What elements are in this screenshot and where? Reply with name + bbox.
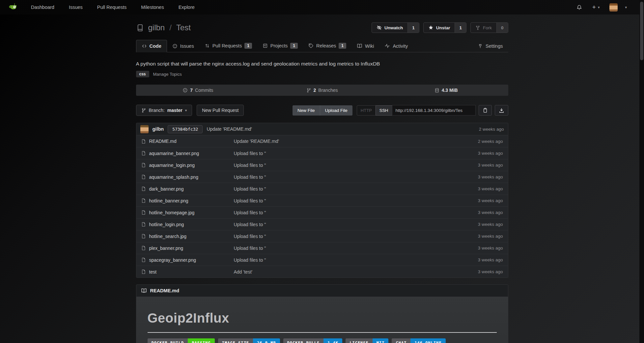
file-name-link[interactable]: README.md (149, 139, 177, 144)
docker-pulls-badge[interactable]: DOCKER PULLS 1.4K (283, 338, 343, 343)
repo-size-stat[interactable]: 4.3 MiB (384, 88, 508, 93)
image-size-badge[interactable]: IMAGE SIZE 26.9 MB (218, 338, 280, 343)
file-commit-message[interactable]: Upload files to '' (234, 246, 478, 251)
chat-badge[interactable]: CHAT 146 ONLINE (392, 338, 445, 343)
branch-selector[interactable]: Branch: master ▾ (136, 105, 192, 116)
pull-requests-count-badge: 1 (244, 43, 252, 49)
badge-label: DOCKER PULLS (283, 338, 324, 343)
file-commit-message[interactable]: Upload files to '' (234, 151, 478, 156)
file-name-link[interactable]: dark_banner.png (149, 186, 184, 192)
wrench-icon (478, 43, 483, 49)
file-name-link[interactable]: test (149, 269, 157, 275)
file-name-link[interactable]: aquamarine_banner.png (149, 151, 199, 156)
docker-build-badge[interactable]: DOCKER BUILD PASSING (148, 338, 215, 343)
commit-sha-button[interactable]: 57384bfc32 (168, 125, 203, 133)
file-commit-message[interactable]: Upload files to '' (234, 186, 478, 192)
commit-message-link[interactable]: Update 'README.md' (207, 126, 252, 132)
file-commit-time: 3 weeks ago (478, 246, 508, 251)
file-commit-message[interactable]: Upload files to '' (234, 257, 478, 263)
readme-content: Geoip2Influx DOCKER BUILD PASSING IMAGE … (136, 297, 508, 343)
copy-clone-url-button[interactable] (479, 105, 492, 116)
ssh-protocol-button[interactable]: SSH (376, 105, 392, 116)
notifications-bell-icon[interactable] (576, 4, 582, 11)
tab-settings[interactable]: Settings (472, 40, 508, 52)
fork-button[interactable]: Fork 0 (470, 22, 508, 33)
manage-topics-link[interactable]: Manage Topics (153, 72, 182, 77)
chevron-down-icon: ▾ (185, 108, 187, 113)
unstar-button[interactable]: Unstar 1 (423, 22, 466, 33)
file-name-link[interactable]: hotline_search.jpg (149, 234, 187, 239)
tab-issues[interactable]: Issues (167, 40, 199, 52)
table-row[interactable]: aquamarine_splash.png Upload files to ''… (136, 171, 508, 183)
file-name-link[interactable]: hotline_homepage.jpg (149, 210, 195, 215)
user-menu-dropdown[interactable]: ▾ (609, 3, 627, 12)
tab-activity[interactable]: Activity (379, 40, 413, 52)
file-commit-message[interactable]: Upload files to '' (234, 198, 478, 203)
unstar-label: Unstar (436, 25, 450, 30)
commit-author-name[interactable]: gilbn (153, 126, 164, 132)
commits-stat[interactable]: 7 Commits (136, 88, 260, 93)
repo-owner-link[interactable]: gilbn (148, 23, 165, 32)
commit-time: 2 weeks ago (479, 127, 504, 132)
table-row[interactable]: README.md Update 'README.md' 2 weeks ago (136, 135, 508, 147)
tab-projects[interactable]: Projects 1 (257, 40, 303, 52)
watch-count[interactable]: 1 (407, 23, 419, 33)
unwatch-button[interactable]: Unwatch 1 (372, 22, 419, 33)
file-commit-message[interactable]: Upload files to '' (234, 234, 478, 239)
nav-issues[interactable]: Issues (69, 5, 83, 10)
tab-code[interactable]: Code (136, 40, 167, 52)
http-protocol-button[interactable]: HTTP (357, 105, 376, 116)
file-commit-message[interactable]: Upload files to '' (234, 222, 478, 227)
nav-explore[interactable]: Explore (179, 5, 195, 10)
tab-pull-requests[interactable]: Pull Requests 1 (199, 40, 257, 52)
table-row[interactable]: test Add 'test' 3 weeks ago (136, 266, 508, 277)
table-row[interactable]: dark_banner.png Upload files to '' 3 wee… (136, 183, 508, 195)
branches-stat[interactable]: 2 Branches (260, 88, 384, 93)
file-name-link[interactable]: aquamarine_login.png (149, 163, 195, 168)
badge-value: 146 ONLINE (410, 338, 445, 343)
badge-label: DOCKER BUILD (148, 338, 188, 343)
branch-name: master (167, 108, 182, 113)
file-name-link[interactable]: spacegray_banner.png (149, 257, 196, 263)
gitea-logo-icon[interactable] (9, 3, 18, 12)
table-row[interactable]: aquamarine_banner.png Upload files to ''… (136, 147, 508, 159)
nav-dashboard[interactable]: Dashboard (31, 5, 54, 10)
heading-divider (148, 332, 497, 333)
license-badge[interactable]: LICENSE MIT (346, 338, 388, 343)
commit-author-avatar[interactable] (140, 125, 149, 133)
tab-wiki[interactable]: Wiki (351, 40, 379, 52)
create-new-dropdown[interactable]: + ▾ (592, 4, 600, 11)
file-name-link[interactable]: hotline_banner.png (149, 198, 188, 203)
nav-milestones[interactable]: Milestones (141, 5, 164, 10)
file-commit-message[interactable]: Update 'README.md' (234, 139, 478, 144)
new-pull-request-button[interactable]: New Pull Request (197, 105, 244, 116)
file-commit-message[interactable]: Upload files to '' (234, 210, 478, 215)
page-scrollbar[interactable] (639, 0, 644, 343)
file-icon (141, 269, 146, 274)
file-commit-message[interactable]: Add 'test' (234, 269, 478, 275)
table-row[interactable]: hotline_search.jpg Upload files to '' 3 … (136, 230, 508, 242)
table-row[interactable]: hotline_banner.png Upload files to '' 3 … (136, 195, 508, 206)
scrollbar-thumb[interactable] (640, 2, 643, 60)
download-archive-button[interactable] (495, 105, 508, 116)
clone-url-input[interactable] (392, 105, 476, 116)
topic-css[interactable]: css (136, 71, 149, 77)
table-row[interactable]: hotline_homepage.jpg Upload files to '' … (136, 206, 508, 218)
fork-count[interactable]: 0 (496, 23, 508, 33)
file-commit-message[interactable]: Upload files to '' (234, 163, 478, 168)
table-row[interactable]: hotline_login.png Upload files to '' 3 w… (136, 218, 508, 230)
file-name-link[interactable]: plex_banner.png (149, 246, 183, 251)
new-file-button[interactable]: New File (293, 105, 320, 116)
tab-releases[interactable]: Releases 1 (303, 40, 351, 52)
file-name-link[interactable]: hotline_login.png (149, 222, 184, 227)
nav-pull-requests[interactable]: Pull Requests (97, 5, 126, 10)
table-row[interactable]: aquamarine_login.png Upload files to '' … (136, 159, 508, 171)
file-commit-message[interactable]: Upload files to '' (234, 174, 478, 180)
star-count[interactable]: 1 (455, 23, 466, 33)
file-name-link[interactable]: aquamarine_splash.png (149, 174, 198, 180)
table-row[interactable]: spacegray_banner.png Upload files to '' … (136, 254, 508, 266)
file-icon (141, 246, 146, 251)
upload-file-button[interactable]: Upload File (320, 105, 352, 116)
table-row[interactable]: plex_banner.png Upload files to '' 3 wee… (136, 242, 508, 254)
repo-name-link[interactable]: Test (176, 23, 191, 32)
